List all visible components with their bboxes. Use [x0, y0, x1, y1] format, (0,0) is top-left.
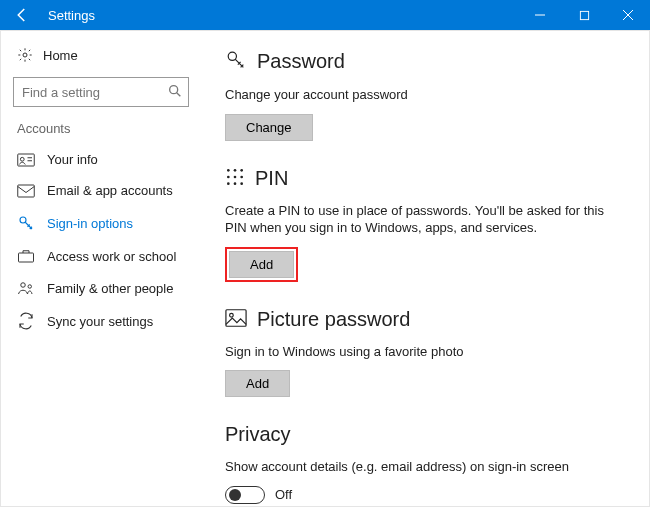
svg-point-5 [170, 86, 178, 94]
sidebar-section-header: Accounts [1, 117, 201, 144]
window-title: Settings [44, 8, 518, 23]
privacy-title: Privacy [225, 423, 291, 446]
sidebar-item-access-work[interactable]: Access work or school [1, 240, 201, 272]
gear-icon [17, 47, 33, 63]
back-button[interactable] [0, 0, 44, 30]
people-icon [17, 280, 35, 296]
keypad-icon [225, 167, 245, 190]
sidebar-item-email[interactable]: Email & app accounts [1, 175, 201, 206]
svg-point-18 [234, 169, 237, 172]
key-icon [17, 214, 35, 232]
picture-icon [225, 308, 247, 331]
svg-rect-13 [19, 253, 34, 262]
svg-line-6 [177, 93, 181, 97]
sidebar-item-label: Sync your settings [47, 314, 153, 329]
search-icon [167, 83, 183, 102]
titlebar: Settings [0, 0, 650, 30]
svg-point-27 [230, 313, 234, 317]
home-label: Home [43, 48, 78, 63]
close-button[interactable] [606, 0, 650, 30]
sidebar-item-label: Sign-in options [47, 216, 133, 231]
window-controls [518, 0, 650, 30]
sidebar-item-label: Your info [47, 152, 98, 167]
add-picture-password-button[interactable]: Add [225, 370, 290, 397]
maximize-button[interactable] [562, 0, 606, 30]
privacy-section: Privacy Show account details (e.g. email… [225, 423, 625, 504]
toggle-label: Off [275, 487, 292, 502]
svg-point-4 [23, 53, 27, 57]
password-title: Password [257, 50, 345, 73]
password-section: Password Change your account password Ch… [225, 49, 625, 141]
privacy-desc: Show account details (e.g. email address… [225, 458, 605, 476]
change-password-button[interactable]: Change [225, 114, 313, 141]
svg-point-17 [227, 169, 230, 172]
svg-point-15 [28, 285, 31, 288]
sidebar-item-label: Family & other people [47, 281, 173, 296]
picture-title: Picture password [257, 308, 410, 331]
svg-point-20 [227, 175, 230, 178]
search-input[interactable] [13, 77, 189, 107]
svg-point-23 [227, 182, 230, 185]
briefcase-icon [17, 248, 35, 264]
sync-icon [17, 312, 35, 330]
picture-password-section: Picture password Sign in to Windows usin… [225, 308, 625, 398]
pin-section: PIN Create a PIN to use in place of pass… [225, 167, 625, 282]
svg-rect-26 [226, 309, 246, 326]
svg-point-22 [240, 175, 243, 178]
picture-desc: Sign in to Windows using a favorite phot… [225, 343, 605, 361]
main-content: Password Change your account password Ch… [201, 31, 649, 506]
pin-add-highlight: Add [225, 247, 298, 282]
privacy-toggle[interactable] [225, 486, 265, 504]
key-icon [225, 49, 247, 74]
pin-title: PIN [255, 167, 288, 190]
pin-desc: Create a PIN to use in place of password… [225, 202, 605, 237]
sidebar-item-signin-options[interactable]: Sign-in options [1, 206, 201, 240]
svg-point-14 [21, 283, 26, 288]
svg-point-12 [20, 217, 26, 223]
svg-point-8 [20, 157, 24, 161]
mail-icon [17, 184, 35, 198]
svg-point-25 [240, 182, 243, 185]
svg-rect-1 [580, 11, 588, 19]
minimize-button[interactable] [518, 0, 562, 30]
svg-point-21 [234, 175, 237, 178]
sidebar-item-label: Email & app accounts [47, 183, 173, 198]
sidebar-item-sync[interactable]: Sync your settings [1, 304, 201, 338]
person-card-icon [17, 153, 35, 167]
search-box [13, 77, 189, 107]
sidebar: Home Accounts Your info Email & app acco… [1, 31, 201, 506]
svg-point-24 [234, 182, 237, 185]
home-button[interactable]: Home [1, 41, 201, 69]
sidebar-item-family[interactable]: Family & other people [1, 272, 201, 304]
sidebar-item-label: Access work or school [47, 249, 176, 264]
svg-rect-11 [18, 185, 35, 197]
svg-point-19 [240, 169, 243, 172]
add-pin-button[interactable]: Add [229, 251, 294, 278]
password-desc: Change your account password [225, 86, 605, 104]
sidebar-item-your-info[interactable]: Your info [1, 144, 201, 175]
